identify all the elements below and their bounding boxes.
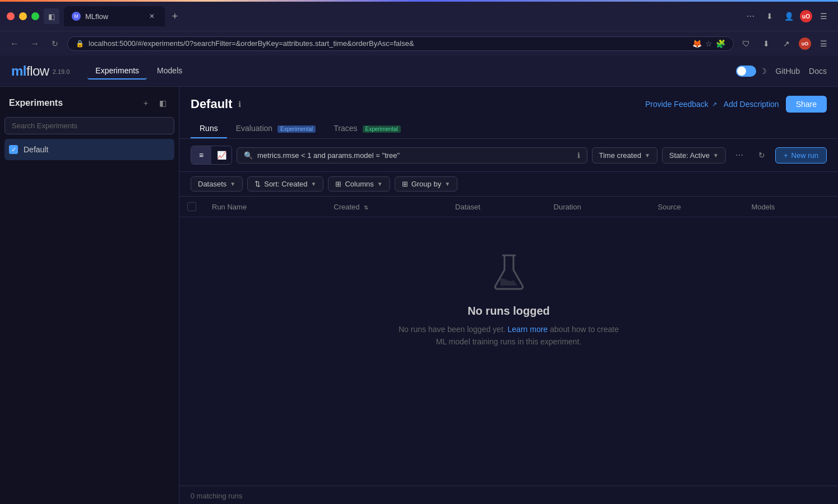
search-experiments-input[interactable]	[4, 117, 174, 134]
github-link[interactable]: GitHub	[776, 67, 800, 76]
add-experiment-btn[interactable]: +	[138, 96, 153, 110]
experiment-item-default[interactable]: Default ✏ 🗑	[4, 139, 174, 160]
delete-experiment-btn[interactable]: 🗑	[158, 143, 170, 156]
main-layout: Experiments + ◧ Default ✏ 🗑	[0, 87, 838, 504]
nav-forward-btn[interactable]: →	[27, 36, 43, 52]
header-created[interactable]: Created ⇅	[326, 197, 447, 217]
browser-profile-btn[interactable]: 👤	[781, 8, 797, 24]
flask-icon	[489, 251, 529, 296]
nav-back-btn[interactable]: ←	[7, 36, 22, 52]
runs-toolbar: ≡ 📈 🔍 ℹ Time created ▼ State: Active	[179, 139, 838, 172]
list-icon: ≡	[199, 151, 203, 160]
group-by-label: Group by	[411, 180, 441, 188]
browser-menu-btn[interactable]: ☰	[816, 8, 831, 24]
browser-sidebar-toggle[interactable]: ◧	[44, 8, 59, 24]
columns-btn[interactable]: ⊞ Columns ▼	[328, 176, 390, 192]
collapse-sidebar-btn[interactable]: ◧	[155, 96, 170, 110]
sort-label: Sort: Created	[264, 180, 307, 188]
state-label: State: Active	[669, 151, 710, 160]
refresh-icon: ↻	[758, 151, 765, 160]
content-area: Default ℹ Provide Feedback ↗ Add Descrip…	[179, 87, 838, 504]
browser-hamburger-btn[interactable]: ☰	[816, 36, 831, 52]
sidebar-actions: + ◧	[138, 96, 170, 110]
filter-input[interactable]	[257, 151, 573, 160]
browser-ublock-icon: uO	[799, 38, 811, 50]
new-browser-tab-btn[interactable]: +	[167, 8, 183, 24]
tab-runs[interactable]: Runs	[191, 119, 227, 138]
datasets-arrow-icon: ▼	[230, 181, 235, 187]
add-description-link[interactable]: Add Description	[724, 100, 779, 109]
window-minimize-btn[interactable]	[19, 12, 27, 20]
more-options-btn[interactable]: ⋯	[730, 146, 748, 164]
tab-traces[interactable]: Traces Experimental	[325, 119, 410, 138]
header-models: Models	[743, 197, 838, 217]
page-title: Default	[191, 97, 233, 111]
edit-experiment-btn[interactable]: ✏	[143, 143, 155, 156]
nav-experiments[interactable]: Experiments	[87, 63, 147, 80]
browser-share-icon[interactable]: ↗	[779, 36, 794, 52]
share-button[interactable]: Share	[786, 96, 827, 113]
browser-security-btn[interactable]: 🛡	[738, 36, 754, 52]
window-maximize-btn[interactable]	[31, 12, 39, 20]
firefox-icon: 🦊	[692, 39, 702, 48]
app-container: mlflow 2.19.0 Experiments Models ☽ GitHu…	[0, 55, 838, 504]
browser-download-btn[interactable]: ⬇	[762, 8, 777, 24]
info-icon[interactable]: ℹ	[238, 100, 241, 109]
sidebar-header: Experiments + ◧	[4, 94, 174, 117]
search-icon: 🔍	[244, 151, 253, 160]
new-run-button[interactable]: + New run	[775, 147, 827, 164]
sort-btn[interactable]: ⇅ Sort: Created ▼	[247, 176, 323, 192]
matching-count: 0	[191, 492, 195, 500]
moon-icon: ☽	[760, 67, 767, 76]
experiment-checkbox[interactable]	[9, 145, 18, 154]
matching-runs-label: matching runs	[197, 492, 243, 500]
browser-download2-btn[interactable]: ⬇	[758, 36, 774, 52]
browser-extensions-btn[interactable]: ⋯	[743, 8, 758, 24]
learn-more-link[interactable]: Learn more	[508, 325, 548, 334]
empty-state: No runs logged No runs have been logged …	[179, 217, 838, 382]
table-container: Run Name Created ⇅ Dataset Duration	[179, 197, 838, 486]
nav-models[interactable]: Models	[149, 63, 190, 80]
tab-close-btn[interactable]: ✕	[147, 11, 157, 21]
table-header-row: Run Name Created ⇅ Dataset Duration	[179, 197, 838, 217]
sort-arrow-icon: ▼	[311, 181, 317, 187]
content-title-row: Default ℹ Provide Feedback ↗ Add Descrip…	[191, 96, 827, 113]
provide-feedback-label: Provide Feedback	[645, 100, 709, 109]
chart-view-btn[interactable]: 📈	[211, 146, 232, 164]
content-title-actions: Provide Feedback ↗ Add Description Share	[645, 96, 827, 113]
browser-chrome: ◧ M MLflow ✕ + ⋯ ⬇ 👤 uO ☰ ← → ↻ 🔒 localh…	[0, 0, 838, 55]
docs-link[interactable]: Docs	[809, 67, 827, 76]
address-bar[interactable]: 🔒 localhost:5000/#/experiments/0?searchF…	[67, 36, 734, 51]
reload-btn[interactable]: ↻	[47, 36, 63, 52]
dark-mode-toggle[interactable]: ☽	[736, 66, 767, 77]
list-view-btn[interactable]: ≡	[191, 146, 211, 164]
traces-badge: Experimental	[363, 125, 401, 133]
datasets-filter-btn[interactable]: Datasets ▼	[191, 176, 243, 192]
search-filter[interactable]: 🔍 ℹ	[237, 147, 587, 164]
provide-feedback-link[interactable]: Provide Feedback ↗	[645, 100, 717, 109]
sort-icon: ⇅	[254, 180, 261, 188]
browser-titlebar: ◧ M MLflow ✕ + ⋯ ⬇ 👤 uO ☰	[0, 2, 838, 31]
state-dropdown[interactable]: State: Active ▼	[662, 147, 726, 164]
app-nav: Experiments Models	[87, 63, 717, 80]
collapse-icon: ◧	[159, 99, 166, 108]
header-source: Source	[650, 197, 744, 217]
plus-new-run-icon: +	[784, 151, 788, 160]
external-link-icon: ↗	[712, 101, 717, 108]
sidebar-title: Experiments	[9, 98, 63, 108]
empty-desc-text: No runs have been logged yet.	[399, 325, 508, 334]
columns-icon: ⊞	[335, 180, 341, 188]
tab-traces-label: Traces	[334, 124, 357, 133]
group-by-icon: ⊞	[402, 180, 408, 188]
toggle-switch[interactable]	[736, 66, 756, 77]
refresh-btn[interactable]: ↻	[753, 146, 771, 164]
group-by-btn[interactable]: ⊞ Group by ▼	[395, 176, 457, 192]
time-created-dropdown[interactable]: Time created ▼	[592, 147, 658, 164]
active-browser-tab[interactable]: M MLflow ✕	[64, 6, 165, 26]
filter-info-icon[interactable]: ℹ	[577, 151, 580, 160]
select-all-checkbox[interactable]	[187, 202, 196, 211]
window-close-btn[interactable]	[7, 12, 15, 20]
tab-evaluation-label: Evaluation	[236, 124, 272, 133]
experiment-name: Default	[24, 145, 137, 154]
tab-evaluation[interactable]: Evaluation Experimental	[227, 119, 325, 138]
